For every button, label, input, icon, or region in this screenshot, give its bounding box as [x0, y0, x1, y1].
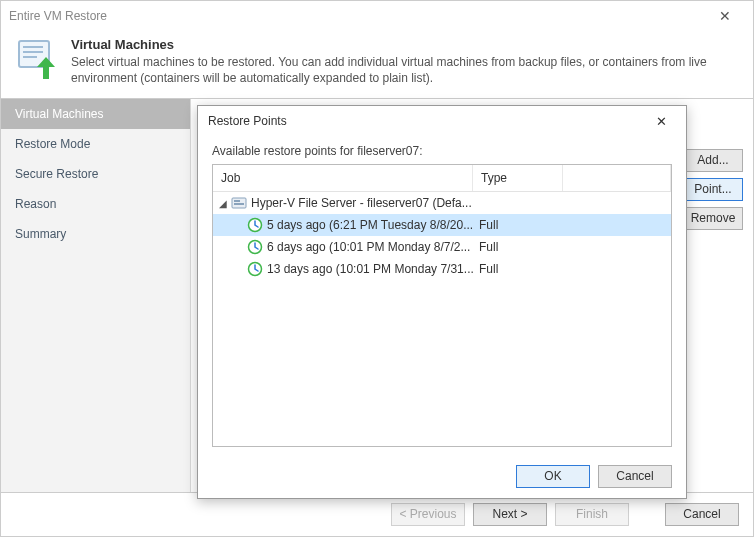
column-header-blank	[563, 165, 671, 191]
restore-points-dialog: Restore Points ✕ Available restore point…	[197, 105, 687, 499]
column-header-job[interactable]: Job	[213, 165, 473, 191]
window-title: Entire VM Restore	[9, 9, 705, 23]
wizard-step-title: Virtual Machines	[71, 37, 739, 52]
dialog-cancel-button[interactable]: Cancel	[598, 465, 672, 488]
svg-rect-6	[234, 203, 244, 205]
vm-restore-icon	[15, 37, 59, 81]
column-header-type[interactable]: Type	[473, 165, 563, 191]
sidebar-item-reason[interactable]: Reason	[1, 189, 190, 219]
sidebar-item-secure-restore[interactable]: Secure Restore	[1, 159, 190, 189]
restore-point-row[interactable]: 5 days ago (6:21 PM Tuesday 8/8/20... Fu…	[213, 214, 671, 236]
wizard-sidebar: Virtual Machines Restore Mode Secure Res…	[1, 99, 191, 492]
action-column: Add... Point... Remove	[683, 149, 743, 230]
cancel-button[interactable]: Cancel	[665, 503, 739, 526]
restore-points-grid: Job Type ◢ Hyper-V File Server - fileser…	[212, 164, 672, 447]
titlebar: Entire VM Restore ✕	[1, 1, 753, 31]
job-label: Hyper-V File Server - fileserver07 (Defa…	[251, 196, 472, 210]
add-button[interactable]: Add...	[683, 149, 743, 172]
restore-point-icon	[247, 239, 263, 255]
wizard-step-subtitle: Select virtual machines to be restored. …	[71, 54, 739, 86]
remove-button[interactable]: Remove	[683, 207, 743, 230]
job-row[interactable]: ◢ Hyper-V File Server - fileserver07 (De…	[213, 192, 671, 214]
wizard-header: Virtual Machines Select virtual machines…	[1, 31, 753, 99]
restore-point-row[interactable]: 6 days ago (10:01 PM Monday 8/7/2... Ful…	[213, 236, 671, 258]
restore-point-label: 13 days ago (10:01 PM Monday 7/31...	[267, 262, 473, 276]
wizard-window: Entire VM Restore ✕ Virtual Machines Sel…	[0, 0, 754, 537]
sidebar-item-restore-mode[interactable]: Restore Mode	[1, 129, 190, 159]
dialog-body: Available restore points for fileserver0…	[198, 136, 686, 455]
restore-point-row[interactable]: 13 days ago (10:01 PM Monday 7/31... Ful…	[213, 258, 671, 280]
restore-point-icon	[247, 261, 263, 277]
sidebar-item-virtual-machines[interactable]: Virtual Machines	[1, 99, 190, 129]
grid-rows: ◢ Hyper-V File Server - fileserver07 (De…	[213, 192, 671, 446]
svg-rect-5	[234, 200, 240, 202]
previous-button: < Previous	[391, 503, 465, 526]
dialog-titlebar: Restore Points ✕	[198, 106, 686, 136]
restore-point-label: 5 days ago (6:21 PM Tuesday 8/8/20...	[267, 218, 473, 232]
finish-button: Finish	[555, 503, 629, 526]
grid-header: Job Type	[213, 165, 671, 192]
restore-point-type: Full	[473, 262, 563, 276]
point-button[interactable]: Point...	[683, 178, 743, 201]
wizard-header-text: Virtual Machines Select virtual machines…	[71, 37, 739, 86]
sidebar-item-summary[interactable]: Summary	[1, 219, 190, 249]
next-button[interactable]: Next >	[473, 503, 547, 526]
dialog-ok-button[interactable]: OK	[516, 465, 590, 488]
dialog-footer: OK Cancel	[198, 455, 686, 498]
dialog-title: Restore Points	[208, 114, 646, 128]
expand-toggle-icon[interactable]: ◢	[219, 198, 227, 209]
window-close-button[interactable]: ✕	[705, 8, 745, 24]
restore-point-icon	[247, 217, 263, 233]
dialog-label: Available restore points for fileserver0…	[212, 144, 672, 158]
restore-point-type: Full	[473, 218, 563, 232]
restore-point-type: Full	[473, 240, 563, 254]
dialog-close-button[interactable]: ✕	[646, 114, 676, 129]
job-icon	[231, 195, 247, 211]
restore-point-label: 6 days ago (10:01 PM Monday 8/7/2...	[267, 240, 470, 254]
